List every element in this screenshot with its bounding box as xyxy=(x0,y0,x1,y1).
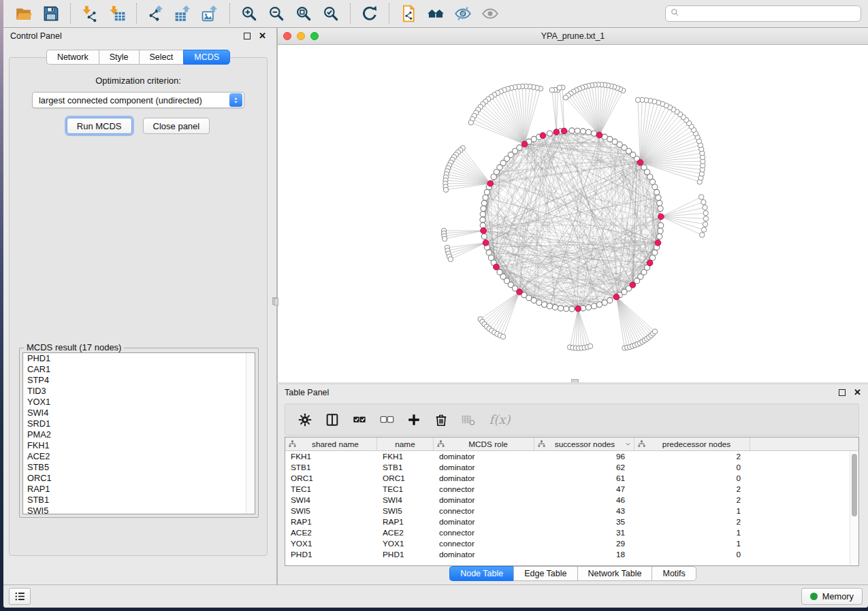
mcds-node-item[interactable]: PMA2 xyxy=(23,429,255,440)
mcds-node-item[interactable]: RAP1 xyxy=(23,484,255,495)
table-scrollbar[interactable] xyxy=(850,452,858,565)
table-row[interactable]: ACE2ACE2connector311 xyxy=(285,527,858,538)
float-panel-icon[interactable] xyxy=(244,33,251,39)
memory-button[interactable]: Memory xyxy=(801,588,863,605)
tab-select[interactable]: Select xyxy=(139,50,184,65)
table-row[interactable]: ORC1ORC1dominator610 xyxy=(285,473,858,484)
result-list-scrollbar[interactable] xyxy=(246,353,255,514)
table-row[interactable]: SWI4SWI4dominator462 xyxy=(285,495,858,506)
show-hidden-button[interactable] xyxy=(480,3,500,24)
mcds-node-item[interactable]: SWI4 xyxy=(23,408,255,418)
mcds-node-item[interactable]: TID3 xyxy=(23,386,255,397)
cell-predecessor-nodes: 2 xyxy=(634,451,750,462)
mcds-node-item[interactable]: FKH1 xyxy=(23,440,255,451)
main-toolbar xyxy=(3,0,868,28)
left-grip-icon[interactable] xyxy=(274,298,278,306)
criterion-dropdown[interactable]: largest connected component (undirected) xyxy=(32,92,244,108)
toolbar-separator xyxy=(350,3,351,24)
mcds-node-item[interactable]: PHD1 xyxy=(23,353,255,364)
search-input[interactable] xyxy=(680,7,856,20)
table-row[interactable]: STB1STB1dominator620 xyxy=(285,462,858,473)
mcds-node-item[interactable]: STB1 xyxy=(23,495,255,506)
open-session-button[interactable] xyxy=(14,3,34,24)
cell-MCDS-role: dominator xyxy=(434,473,534,484)
cell-MCDS-role: connector xyxy=(434,506,534,516)
mcds-tab-content: Optimization criterion: largest connecte… xyxy=(9,57,268,556)
zoom-out-button[interactable] xyxy=(266,3,287,24)
export-table-button[interactable] xyxy=(173,3,193,24)
float-table-panel-icon[interactable] xyxy=(839,389,846,396)
select-all-rows-button[interactable] xyxy=(349,410,370,430)
search-field[interactable] xyxy=(665,5,861,22)
close-table-panel-icon[interactable]: ✕ xyxy=(854,389,861,396)
mcds-node-item[interactable]: STB5 xyxy=(23,462,255,473)
save-session-button[interactable] xyxy=(41,3,61,24)
table-scrollbar-thumb[interactable] xyxy=(852,454,857,516)
export-image-button[interactable] xyxy=(200,3,221,24)
memory-label: Memory xyxy=(822,591,854,601)
toolbar-separator xyxy=(70,3,71,24)
close-panel-icon[interactable]: ✕ xyxy=(259,33,266,39)
task-history-button[interactable] xyxy=(9,588,31,605)
function-builder-button: f(x) xyxy=(485,410,514,430)
tab-node-table[interactable]: Node Table xyxy=(449,566,513,581)
mcds-node-item[interactable]: SWI5 xyxy=(23,506,255,514)
create-column-button[interactable] xyxy=(404,410,424,430)
cell-shared-name: ACE2 xyxy=(285,527,377,538)
close-panel-button[interactable]: Close panel xyxy=(143,118,210,134)
mcds-node-item[interactable]: ORC1 xyxy=(23,473,255,484)
cell-name: ACE2 xyxy=(377,527,434,538)
table-row[interactable]: TEC1TEC1connector472 xyxy=(285,484,858,495)
column-header-predecessor-nodes[interactable]: predecessor nodes xyxy=(634,437,750,450)
zoom-out-icon xyxy=(268,5,285,22)
import-table-button[interactable] xyxy=(107,3,127,24)
tab-mcds[interactable]: MCDS xyxy=(183,50,230,65)
cell-successor-nodes: 29 xyxy=(534,538,634,549)
cell-MCDS-role: dominator xyxy=(434,516,534,527)
cell-shared-name: SWI4 xyxy=(285,495,377,506)
run-mcds-button[interactable]: Run MCDS xyxy=(67,118,132,134)
delete-column-button[interactable] xyxy=(431,410,451,430)
tab-edge-table[interactable]: Edge Table xyxy=(513,566,577,581)
column-label: predecessor nodes xyxy=(646,440,747,449)
double-house-icon xyxy=(427,5,445,22)
table-header-row: shared namenameMCDS rolesuccessor nodesp… xyxy=(285,437,858,451)
export-network-button[interactable] xyxy=(146,3,166,24)
new-network-from-selection-button[interactable] xyxy=(398,3,419,24)
table-row[interactable]: PHD1PHD1dominator180 xyxy=(285,549,858,560)
table-row[interactable]: RAP1RAP1dominator352 xyxy=(285,516,858,527)
column-header-shared-name[interactable]: shared name xyxy=(285,437,377,450)
zoom-selected-button[interactable] xyxy=(321,3,341,24)
mcds-node-item[interactable]: SRD1 xyxy=(23,418,255,429)
table-row[interactable]: FKH1FKH1dominator962 xyxy=(285,451,858,462)
first-neighbors-button[interactable] xyxy=(425,3,446,24)
tab-motifs[interactable]: Motifs xyxy=(652,566,696,581)
cell-shared-name: FKH1 xyxy=(285,451,377,462)
mcds-node-item[interactable]: STP4 xyxy=(23,375,255,386)
apply-layout-button[interactable] xyxy=(359,3,380,24)
mcds-node-item[interactable]: ACE2 xyxy=(23,451,255,462)
mcds-node-item[interactable]: YOX1 xyxy=(23,397,255,408)
tab-network-table[interactable]: Network Table xyxy=(577,566,652,581)
column-header-name[interactable]: name xyxy=(377,437,434,450)
network-canvas[interactable] xyxy=(278,45,868,382)
hide-selected-button[interactable] xyxy=(453,3,473,24)
mcds-result-title: MCDS result (17 nodes) xyxy=(24,342,124,352)
deselect-all-rows-button[interactable] xyxy=(376,410,397,430)
tab-network[interactable]: Network xyxy=(46,50,99,65)
table-row[interactable]: SWI5SWI5connector431 xyxy=(285,506,858,516)
mcds-node-item[interactable]: CAR1 xyxy=(23,364,255,375)
table-options-button[interactable] xyxy=(295,410,315,430)
zoom-fit-button[interactable] xyxy=(293,3,314,24)
table-row[interactable]: YOX1YOX1connector291 xyxy=(285,538,858,549)
open-folder-icon xyxy=(15,5,33,22)
column-header-MCDS-role[interactable]: MCDS role xyxy=(434,437,534,450)
import-network-button[interactable] xyxy=(80,3,100,24)
toggle-columns-button[interactable] xyxy=(322,410,342,430)
cell-name: SWI5 xyxy=(377,506,434,516)
zoom-in-button[interactable] xyxy=(239,3,259,24)
tab-style[interactable]: Style xyxy=(99,50,139,65)
columns-icon xyxy=(325,412,340,427)
column-header-successor-nodes[interactable]: successor nodes xyxy=(534,437,634,450)
zoom-fit-icon xyxy=(295,5,312,22)
